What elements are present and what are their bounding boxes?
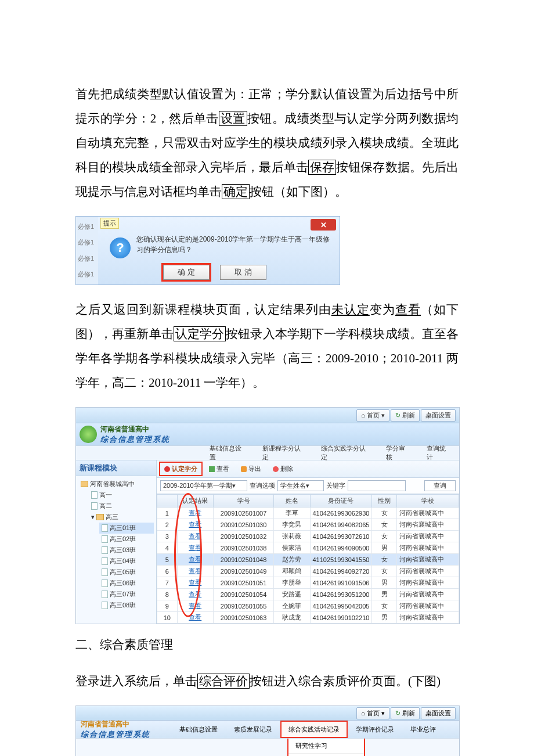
menu-item[interactable]: 素质发展记录	[226, 721, 280, 738]
section-heading: 二、综合素质管理	[75, 632, 459, 657]
view-link: 查看	[189, 602, 201, 609]
tree-node[interactable]: 高三08班	[99, 600, 154, 611]
view-link: 查看	[189, 614, 201, 621]
home-button[interactable]: ⌂ 首页 ▾	[356, 707, 389, 719]
tree-node[interactable]: 高三04班	[99, 556, 154, 567]
view-link: 查看	[189, 521, 201, 528]
brand-line2: 综合信息管理系统	[100, 434, 170, 445]
menu-item[interactable]: 综合实践学分认定	[313, 444, 378, 462]
refresh-button[interactable]: ↻ 刷新	[391, 707, 420, 719]
page-icon	[102, 557, 108, 565]
delete-button[interactable]: 删除	[269, 463, 297, 475]
result-table: 认定结果 学号 姓名 身份证号 性别 学校 1查看2009102501007李草…	[157, 494, 459, 624]
para-1: 首先把成绩类型默认值设置为：正常；学分默认值设置为后边括号中所提示的学分：2，然…	[75, 82, 459, 204]
question-icon: ?	[110, 237, 131, 258]
tree-node[interactable]: 高三03班	[99, 545, 154, 556]
table-row[interactable]: 8查看2009102501054安路遥4104261993051200男河南省襄…	[157, 589, 459, 600]
dialog-message: 您确认现在认定的是2009-2010学年第一学期学生于高一年级修习的学分信息吗？	[136, 234, 333, 255]
btn-ref-ok: 确定	[222, 184, 250, 199]
table-row[interactable]: 10查看2009102501063耿成龙4104261990102210男河南省…	[157, 612, 459, 624]
dropdown-icon: ▾	[381, 412, 385, 419]
tree-node[interactable]: 高三07班	[99, 589, 154, 600]
term-select[interactable]: 2009-2010学年第一学期 ▾	[160, 480, 247, 491]
btn-ref-settings: 设置	[219, 111, 247, 126]
close-icon[interactable]: ✕	[311, 219, 336, 231]
table-row[interactable]: 6查看2009102501049邓颖鸽4104261994092720女河南省襄…	[157, 566, 459, 577]
screenshot-menu-dropdown: ⌂ 首页 ▾ ↻ 刷新 桌面设置 河南省普通高中 综合信息管理系统 基础信息设置…	[75, 705, 460, 756]
dialog-tip-badge: 提示	[100, 218, 119, 229]
field-select[interactable]: 学生姓名 ▾	[277, 480, 324, 491]
menu-item[interactable]: 毕业总评	[402, 721, 444, 738]
logo-icon	[80, 426, 97, 443]
view-link: 查看	[189, 567, 201, 574]
brand-line2: 综合信息管理系统	[81, 729, 150, 740]
para-3: 登录进入系统后，单击综合评价按钮进入综合素质评价页面。(下图)	[75, 669, 459, 693]
list-icon	[209, 466, 215, 472]
folder-icon	[96, 514, 104, 520]
home-button[interactable]: ⌂首页▾	[356, 409, 389, 422]
tree-node[interactable]: ▾高三	[89, 512, 154, 523]
para-2: 之后又返回到新课程模块页面，认定结果列由未认定变为查看（如下图），再重新单击认定…	[75, 297, 459, 395]
screenshot-confirm-dialog: 必修1 必修1 必修1 必修1 提示 ✕ ? 您确认现在认定的是2009-201…	[75, 216, 340, 285]
page-icon	[91, 491, 98, 499]
dropdown-item[interactable]: 社区服务	[288, 753, 364, 756]
table-row[interactable]: 7查看2009102501051李朋举4104261991091506男河南省襄…	[157, 577, 459, 589]
btn-ref-save: 保存	[308, 160, 336, 175]
delete-icon	[273, 466, 279, 472]
refresh-icon: ↻	[395, 412, 400, 419]
table-row[interactable]: 5查看2009102501048赵芳劳4110251993041550女河南省襄…	[157, 554, 459, 566]
table-row[interactable]: 9查看2009102501055仝婉菲4104261995042005女河南省襄…	[157, 600, 459, 612]
tree-node[interactable]: 高二	[89, 501, 154, 512]
menu-item[interactable]: 基础信息设置	[201, 444, 254, 462]
table-row[interactable]: 1查看2009102501007李草4104261993062930女河南省襄城…	[157, 507, 459, 519]
dialog-left-col: 必修1 必修1 必修1 必修1	[76, 217, 98, 285]
view-link: 查看	[189, 544, 201, 551]
tree-node[interactable]: 高三06班	[99, 578, 154, 589]
brand-line1: 河南省普通高中	[81, 719, 150, 729]
export-icon	[241, 466, 247, 472]
view-link: 查看	[189, 579, 201, 586]
rending-button[interactable]: 认定学分	[160, 463, 201, 475]
desktop-settings-button[interactable]: 桌面设置	[421, 707, 456, 719]
menu-item[interactable]: 查询统计	[418, 444, 459, 462]
view-link: 查看	[189, 532, 201, 539]
refresh-button[interactable]: ↻刷新	[391, 409, 420, 422]
table-row[interactable]: 4查看2009102501038侯家洁4104261994090500男河南省襄…	[157, 542, 459, 554]
keyword-input[interactable]	[348, 480, 406, 491]
export-button[interactable]: 导出	[237, 463, 265, 475]
page-icon	[102, 535, 108, 543]
page-icon	[102, 524, 108, 532]
tree[interactable]: 河南省襄城高中 高一 高二 ▾高三 高三01班 高三02班 高三03班 高三04…	[76, 476, 156, 613]
menu-item[interactable]: 学期评价记录	[348, 721, 402, 738]
tree-node[interactable]: 高三02班	[99, 534, 154, 545]
menu-item-active[interactable]: 综合实践活动记录	[280, 721, 348, 738]
main-menu: 基础信息设置 新课程学分认定 综合实践学分认定 学分审核 查询统计	[76, 445, 459, 460]
view-link: 查看	[189, 509, 201, 516]
desktop-settings-button[interactable]: 桌面设置	[421, 409, 456, 422]
screenshot-main-app: ⌂首页▾ ↻刷新 桌面设置 河南省普通高中 综合信息管理系统 基础信息设置 新课…	[75, 407, 460, 624]
folder-icon	[81, 481, 88, 487]
menu-item[interactable]: 学分审核	[378, 444, 418, 462]
cancel-button[interactable]: 取 消	[220, 265, 266, 280]
search-button[interactable]: 查询	[424, 480, 456, 491]
tree-node[interactable]: 高三05班	[99, 567, 154, 578]
dropdown-menu: 研究性学习 社区服务 社会实践活动	[287, 739, 365, 756]
dropdown-item[interactable]: 研究性学习	[288, 739, 364, 753]
page-icon	[102, 579, 108, 587]
menu-item[interactable]: 新课程学分认定	[254, 444, 313, 462]
page-icon	[102, 546, 108, 554]
tree-node-selected[interactable]: 高三01班	[99, 523, 154, 534]
dot-icon	[164, 466, 170, 472]
menu-item[interactable]: 基础信息设置	[171, 721, 226, 738]
view-link: 查看	[189, 556, 201, 563]
view-button[interactable]: 查看	[205, 463, 233, 475]
brand-line1: 河南省普通高中	[100, 424, 170, 434]
table-row[interactable]: 3查看2009102501032张莉薇4104261993072610女河南省襄…	[157, 531, 459, 542]
page-icon	[102, 591, 108, 598]
side-header: 新课程模块	[76, 460, 156, 476]
table-row[interactable]: 2查看2009102501030李竞男4104261994082065女河南省襄…	[157, 519, 459, 531]
ok-button[interactable]: 确 定	[163, 265, 210, 280]
btn-ref-rending: 认定学分	[174, 326, 226, 341]
tree-root[interactable]: 河南省襄城高中	[78, 478, 154, 489]
tree-node[interactable]: 高一	[89, 489, 154, 501]
